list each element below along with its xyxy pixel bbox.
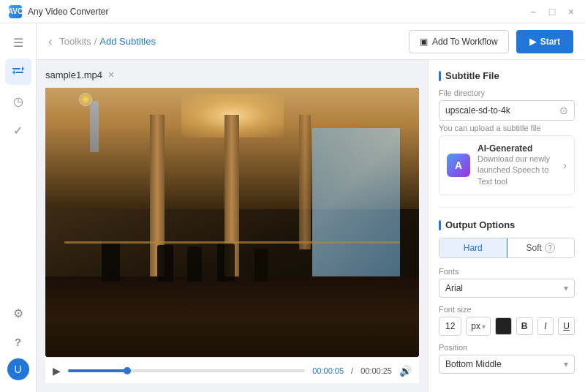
time-separator: / [351, 366, 353, 375]
person-2 [157, 245, 173, 282]
app-icon: AVC [9, 5, 22, 18]
right-panel: Subtitle File File directory upscale-sd-… [428, 60, 585, 392]
sidebar-item-convert[interactable] [5, 59, 31, 85]
person-4 [217, 244, 235, 282]
settings-icon: ⚙ [13, 306, 23, 320]
progress-bar[interactable] [68, 369, 305, 372]
position-chevron-icon: ▾ [564, 359, 568, 369]
volume-button[interactable]: 🔊 [399, 365, 412, 377]
ai-card-subtitle: Download our newly launched Speech to Te… [478, 154, 556, 187]
font-size-input[interactable]: 12 [439, 317, 461, 336]
progress-fill [68, 369, 127, 372]
scene-window [312, 128, 400, 276]
font-unit-select[interactable]: px ▾ [466, 317, 491, 336]
sidebar-item-menu[interactable]: ☰ [5, 29, 31, 56]
file-name: sample1.mp4 [45, 69, 102, 80]
start-button[interactable]: ▶ Start [516, 30, 573, 53]
total-time: 00:00:25 [361, 366, 392, 375]
position-label: Position [439, 343, 575, 352]
font-select[interactable]: Arial ▾ [439, 279, 575, 298]
workspace: sample1.mp4 × [37, 60, 585, 392]
play-button[interactable]: ▶ [53, 365, 61, 377]
sidebar-item-history[interactable]: ◷ [5, 88, 31, 114]
breadcrumb-separator: / [94, 36, 97, 47]
hard-button[interactable]: Hard [439, 238, 507, 257]
back-button[interactable]: ‹ [48, 35, 52, 48]
folder-icon[interactable]: ⊙ [559, 105, 568, 116]
font-chevron-icon: ▾ [564, 283, 568, 293]
output-options-section: Output Options Hard Soft ? Fonts [439, 219, 575, 374]
file-tab: sample1.mp4 × [45, 69, 419, 80]
current-time: 00:00:05 [312, 366, 344, 375]
progress-thumb[interactable] [124, 367, 131, 374]
ai-card-text: AI-Generated Download our newly launched… [478, 143, 556, 187]
underline-button[interactable]: U [558, 317, 575, 335]
file-close-button[interactable]: × [108, 69, 114, 80]
minimize-button[interactable]: − [528, 7, 538, 17]
color-picker[interactable] [495, 317, 512, 335]
ai-icon: A [447, 154, 470, 177]
svg-rect-0 [12, 68, 20, 69]
svg-marker-3 [12, 70, 15, 75]
section-divider [439, 207, 575, 208]
file-directory-value: upscale-sd-to-4k [445, 105, 510, 116]
output-options-title: Output Options [439, 219, 575, 230]
font-size-value: 12 [445, 321, 455, 331]
menu-icon: ☰ [13, 36, 23, 50]
main-container: ☰ ◷ ✓ ⚙ ? U ‹ [0, 23, 585, 392]
file-directory-label: File directory [439, 88, 575, 97]
user-avatar[interactable]: U [7, 358, 29, 380]
app-title: Any Video Converter [28, 7, 109, 17]
hard-soft-toggle: Hard Soft ? [439, 238, 575, 258]
ai-chevron-icon: › [563, 159, 567, 171]
font-unit-value: px [471, 321, 480, 331]
video-frame [45, 88, 419, 357]
start-icon: ▶ [529, 37, 536, 47]
soft-button[interactable]: Soft ? [507, 238, 575, 257]
toolbar: ‹ Toolkits / Add Subtitles ▣ Add To Work… [37, 23, 585, 60]
sidebar-item-settings[interactable]: ⚙ [5, 300, 31, 326]
sidebar-item-tasks[interactable]: ✓ [5, 117, 31, 143]
ai-generated-card[interactable]: A AI-Generated Download our newly launch… [439, 135, 575, 195]
svg-rect-1 [15, 72, 23, 73]
svg-marker-2 [22, 67, 24, 71]
position-select[interactable]: Bottom Middle ▾ [439, 355, 575, 374]
video-player[interactable] [45, 88, 419, 357]
scene-floor [45, 276, 419, 357]
clock-icon: ◷ [13, 94, 23, 108]
sidebar-item-help[interactable]: ? [5, 329, 31, 355]
video-controls: ▶ 00:00:05 / 00:00:25 🔊 [45, 357, 419, 383]
subtitle-section-title: Subtitle File [439, 70, 575, 81]
position-value: Bottom Middle [445, 359, 502, 369]
lamp-pole [90, 101, 99, 152]
breadcrumb-root[interactable]: Toolkits [59, 36, 91, 47]
font-value: Arial [445, 283, 463, 293]
maximize-button[interactable]: □ [547, 7, 557, 17]
italic-button[interactable]: I [537, 317, 554, 335]
subtitle-section: Subtitle File File directory upscale-sd-… [439, 70, 575, 195]
titlebar-controls: − □ × [528, 7, 576, 17]
file-directory-input[interactable]: upscale-sd-to-4k ⊙ [439, 100, 575, 121]
railing [64, 241, 401, 244]
breadcrumb: Toolkits / Add Subtitles [59, 36, 156, 47]
ai-card-title: AI-Generated [478, 143, 556, 154]
upload-hint: You can upload a subtitle file [439, 124, 575, 132]
check-icon: ✓ [13, 124, 23, 137]
person-5 [254, 249, 268, 282]
person-3 [187, 246, 202, 282]
start-label: Start [540, 37, 560, 47]
fonts-label: Fonts [439, 267, 575, 276]
convert-icon [12, 65, 25, 78]
close-button[interactable]: × [566, 7, 576, 17]
add-to-workflow-button[interactable]: ▣ Add To Workflow [409, 30, 509, 53]
font-size-label: Font size [439, 305, 575, 314]
titlebar: AVC Any Video Converter − □ × [0, 0, 585, 23]
workflow-icon: ▣ [420, 37, 428, 47]
unit-chevron-icon: ▾ [482, 323, 486, 331]
titlebar-left: AVC Any Video Converter [9, 5, 109, 18]
bold-button[interactable]: B [516, 317, 533, 335]
sidebar: ☰ ◷ ✓ ⚙ ? U [0, 23, 37, 392]
soft-help-icon[interactable]: ? [545, 243, 555, 253]
toolbar-right: ▣ Add To Workflow ▶ Start [409, 30, 573, 53]
breadcrumb-current: Add Subtitles [99, 36, 156, 47]
